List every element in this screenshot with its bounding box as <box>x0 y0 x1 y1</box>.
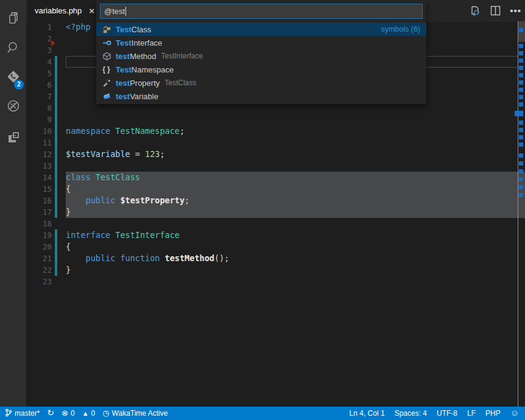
overview-mark <box>519 44 523 48</box>
line-number: 12 <box>26 149 52 160</box>
code-line[interactable]: 10namespace TestNamespace; <box>26 125 525 137</box>
quick-open-result-TestNamespace[interactable]: { }TestNamespace <box>96 63 426 76</box>
status-item-spaces-4[interactable]: Spaces: 4 <box>395 409 427 418</box>
code-line[interactable]: 14class TestClass <box>26 172 525 183</box>
sidebar-item-extensions[interactable] <box>0 124 26 153</box>
status-item-smiley[interactable]: ☺ <box>510 409 519 418</box>
code-line[interactable]: 23 <box>26 276 525 287</box>
status-bar: master*↻⊗0▲0◷WakaTime Active Ln 4, Col 1… <box>0 407 525 420</box>
overview-mark <box>519 193 523 197</box>
scm-badge: 2 <box>14 80 24 89</box>
overview-mark <box>519 153 523 158</box>
error-gutter-marker <box>51 40 55 46</box>
line-content: public $testProperty; <box>66 195 189 206</box>
files-icon <box>5 10 21 29</box>
status-label: LF <box>467 409 476 418</box>
search-icon <box>5 40 21 58</box>
line-content: } <box>66 206 71 218</box>
class-symbol-icon <box>102 24 111 34</box>
line-number: 23 <box>26 276 52 287</box>
quick-open-widget: @test TestClasssymbols (6)TestInterfacet… <box>96 0 426 104</box>
line-number: 2 <box>26 33 52 44</box>
code-line[interactable]: 15{ <box>26 183 525 195</box>
property-symbol-icon <box>102 78 111 88</box>
code-line[interactable]: 22} <box>26 264 525 276</box>
sidebar-item-search[interactable] <box>0 34 26 63</box>
quick-open-result-testMethod[interactable]: testMethodTestInterface <box>96 49 426 63</box>
line-number: 18 <box>26 218 52 229</box>
status-item-php[interactable]: PHP <box>485 409 501 418</box>
status-item-sync[interactable]: ↻ <box>47 409 54 418</box>
quick-open-input[interactable]: @test <box>100 4 423 19</box>
modified-lines-bar <box>55 56 57 218</box>
line-number: 21 <box>26 253 52 264</box>
symbol-name: TestInterface <box>116 38 162 47</box>
line-number: 3 <box>26 44 52 56</box>
quick-open-result-TestInterface[interactable]: TestInterface <box>96 36 426 49</box>
overview-mark <box>519 28 523 32</box>
overview-mark <box>515 111 523 116</box>
clock-icon: ◷ <box>102 409 109 418</box>
code-line[interactable]: 18 <box>26 218 525 229</box>
warning-icon: ▲ <box>82 409 89 418</box>
code-line[interactable]: 19interface TestInterface <box>26 229 525 241</box>
variable-symbol-icon <box>102 91 111 101</box>
open-preview-icon[interactable] <box>469 5 481 17</box>
sidebar-item-debug[interactable] <box>0 93 26 122</box>
line-number: 14 <box>26 172 52 183</box>
line-number: 6 <box>26 79 52 91</box>
line-number: 16 <box>26 195 52 206</box>
overview-mark <box>519 142 523 147</box>
line-content: class TestClass <box>66 172 140 183</box>
status-label: 0 <box>91 409 96 418</box>
sidebar-item-explorer[interactable] <box>0 5 26 34</box>
symbol-container: TestInterface <box>161 52 203 60</box>
line-number: 19 <box>26 229 52 241</box>
quick-open-result-testVariable[interactable]: testVariable <box>96 89 426 103</box>
status-item-lf[interactable]: LF <box>467 409 476 418</box>
modified-lines-bar <box>55 229 57 276</box>
status-bar-right: Ln 4, Col 1Spaces: 4UTF-8LFPHP☺ <box>350 409 519 418</box>
status-label: WakaTime Active <box>112 409 168 418</box>
code-line[interactable]: 16 public $testProperty; <box>26 195 525 206</box>
smiley-icon: ☺ <box>510 409 519 418</box>
quick-open-result-TestClass[interactable]: TestClasssymbols (6) <box>96 23 426 36</box>
line-content: $testVariable = 123; <box>66 149 165 160</box>
code-line[interactable]: 13 <box>26 160 525 172</box>
close-icon[interactable]: × <box>89 5 94 16</box>
overview-mark <box>519 102 523 107</box>
sync-icon: ↻ <box>47 409 54 418</box>
code-line[interactable]: 11 <box>26 137 525 149</box>
more-actions-icon[interactable]: ••• <box>510 8 521 14</box>
code-line[interactable]: 21 public function testMethod(); <box>26 253 525 264</box>
overview-mark <box>519 185 523 189</box>
status-item-0[interactable]: ▲0 <box>82 409 96 418</box>
sidebar-item-source-control[interactable]: 2 <box>0 63 26 93</box>
status-item-ln-4-col-1[interactable]: Ln 4, Col 1 <box>350 409 385 418</box>
status-label: UTF-8 <box>437 409 457 418</box>
quick-open-result-testProperty[interactable]: testPropertyTestClass <box>96 76 426 89</box>
tab-variables-php[interactable]: variables.php × <box>27 0 99 21</box>
status-item-0[interactable]: ⊗0 <box>62 409 75 418</box>
status-item-wakatime-active[interactable]: ◷WakaTime Active <box>102 409 167 418</box>
symbol-container: TestClass <box>164 79 196 87</box>
code-line[interactable]: 9 <box>26 114 525 125</box>
status-item-utf-8[interactable]: UTF-8 <box>437 409 457 418</box>
overview-mark <box>519 95 523 99</box>
line-number: 1 <box>26 21 52 33</box>
code-line[interactable]: 17} <box>26 206 525 218</box>
line-number: 8 <box>26 102 52 114</box>
symbol-name: TestNamespace <box>116 65 174 74</box>
overview-mark <box>519 80 523 85</box>
code-line[interactable]: 20{ <box>26 241 525 253</box>
code-line[interactable]: 12$testVariable = 123; <box>26 149 525 160</box>
status-item-master-[interactable]: master* <box>5 408 40 419</box>
editor-actions: ••• <box>469 0 521 21</box>
activity-bar: 2 <box>0 0 26 407</box>
overview-mark <box>519 135 523 139</box>
symbol-name: testMethod <box>116 52 157 61</box>
split-editor-icon[interactable] <box>490 5 501 16</box>
line-number: 9 <box>26 114 52 125</box>
line-content: public function testMethod(); <box>66 253 229 264</box>
overview-mark <box>519 177 523 181</box>
